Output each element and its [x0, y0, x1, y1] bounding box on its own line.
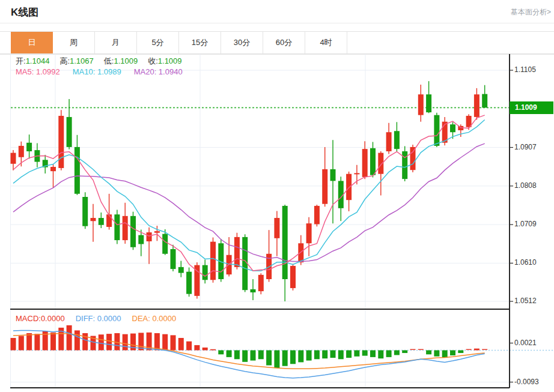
tab-timeframe-2[interactable]: 月 — [95, 32, 137, 53]
ohlc-readout: 开:1.1044高:1.1067低:1.1009收:1.1009 — [16, 56, 182, 65]
price-tick-label: 1.0709 — [514, 220, 537, 228]
tab-timeframe-7[interactable]: 4时 — [305, 32, 347, 53]
price-tick-label: 1.0610 — [514, 258, 537, 267]
ohlc-item: 高:1.1067 — [59, 56, 93, 65]
price-tick-label: 1.0808 — [514, 181, 537, 190]
fundamental-analysis-link[interactable]: 基本面分析> — [511, 7, 551, 17]
price-tick-label: 1.0512 — [514, 297, 537, 305]
current-price-flag: 1.1009 — [510, 101, 553, 114]
page-title: K线图 — [11, 5, 38, 19]
kline-widget: K线图 基本面分析> 日周月5分15分30分60分4时 开:1.1044高:1.… — [0, 0, 554, 392]
pane-separator — [10, 309, 510, 310]
ma-legend-item: MA10: 1.0989 — [73, 67, 121, 76]
price-tick-label: 1.1105 — [514, 65, 536, 74]
timeframe-tabbar: 日周月5分15分30分60分4时 — [0, 31, 554, 54]
macd-legend: MACD:0.0000DIFF: 0.0000DEA: 0.0000 — [16, 314, 176, 323]
chart-area[interactable] — [0, 54, 554, 392]
tab-timeframe-0[interactable]: 日 — [11, 32, 53, 53]
ohlc-item: 收:1.1009 — [148, 56, 181, 65]
header-divider — [0, 23, 554, 23]
ma-legend-item: MA20: 1.0940 — [134, 67, 183, 76]
macd-tick-label: -0.0093 — [514, 378, 539, 386]
ohlc-item: 低:1.1009 — [104, 56, 138, 65]
tab-timeframe-5[interactable]: 30分 — [221, 32, 263, 53]
tab-timeframe-3[interactable]: 5分 — [137, 32, 179, 53]
candlestick-pane[interactable] — [0, 54, 554, 309]
tab-timeframe-1[interactable]: 周 — [53, 32, 95, 53]
macd-tick-label: 0.0021 — [514, 339, 537, 347]
ma-legend-item: MA5: 1.0992 — [16, 67, 60, 76]
price-tick-label: 1.0907 — [514, 143, 537, 151]
macd-legend-item: MACD:0.0000 — [16, 314, 65, 323]
macd-legend-item: DIFF: 0.0000 — [76, 314, 121, 323]
chart-bottom-border — [10, 387, 510, 388]
tab-timeframe-6[interactable]: 60分 — [263, 32, 305, 53]
ma-legend: MA5: 1.0992MA10: 1.0989MA20: 1.0940 — [16, 67, 183, 76]
tab-timeframe-4[interactable]: 15分 — [179, 32, 221, 53]
ohlc-item: 开:1.1044 — [16, 56, 49, 65]
macd-legend-item: DEA: 0.0000 — [132, 314, 177, 323]
